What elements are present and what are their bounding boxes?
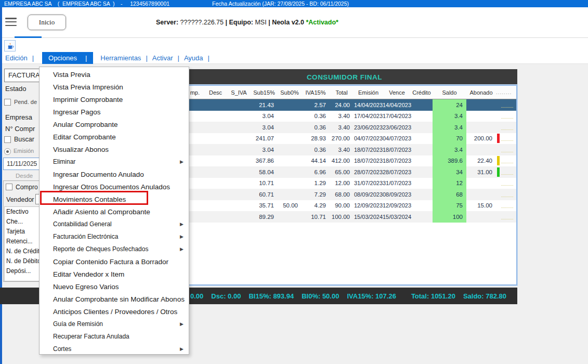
- abonado-cell: 31.00: [466, 166, 496, 178]
- table-row[interactable]: 58.04 6.96 65.00 28/07/2023 28/07/2023 3…: [173, 166, 516, 178]
- menu-item-anadir-asiento-al-comprobante[interactable]: Añadir Asiento al Comprobante: [40, 205, 189, 218]
- menu-ayuda[interactable]: Ayuda: [184, 54, 203, 62]
- equipo-value: MSI: [255, 19, 268, 26]
- buscar-checkbox[interactable]: [4, 136, 11, 143]
- menu-item-cortes[interactable]: Cortes▶: [40, 343, 189, 355]
- total-cell: 3.40: [330, 122, 354, 133]
- menu-item-recuperar-factura-anulada[interactable]: Recuperar Factura Anulada: [40, 330, 189, 343]
- table-row[interactable]: 3.04 0.36 3.40 17/04/2023 17/04/2023 3.4: [173, 111, 516, 122]
- menu-item-ingresar-pagos[interactable]: Ingresar Pagos: [40, 106, 189, 118]
- column-header[interactable]: Vence: [383, 89, 411, 96]
- menu-item-anular-comprobante-sin-modificar-abonos[interactable]: Anular Comprobante sin Modificar Abonos: [40, 293, 189, 305]
- menu-item-reporte-de-cheques-posfechados[interactable]: Reporte de Cheques Posfechados▶: [40, 243, 189, 255]
- application-window: EMPRESA ABC SA ( EMPRESA ABC SA ) - 1234…: [0, 0, 588, 364]
- emision-cell: 12/09/2023: [354, 200, 383, 212]
- total-cell: 24.00: [330, 99, 354, 111]
- iva15-cell: 6.96: [302, 166, 330, 178]
- comprobante-checkbox[interactable]: [6, 184, 12, 190]
- abonado-cell: 200.00: [466, 133, 496, 145]
- table-row[interactable]: 241.07 28.93 270.00 04/07/2023 04/07/202…: [173, 133, 516, 145]
- pendiente-checkbox[interactable]: [4, 99, 11, 106]
- menu-item-vista-previa[interactable]: Vista Previa: [40, 68, 189, 81]
- status-bar: [497, 167, 500, 177]
- hamburger-menu-icon[interactable]: [5, 18, 17, 26]
- column-header[interactable]: Sub15%: [251, 89, 278, 96]
- iva15-cell: 0.36: [302, 144, 330, 155]
- menu-item-editar-comprobante[interactable]: Editar Comprobante: [40, 131, 189, 143]
- menu-opciones[interactable]: Opciones|: [42, 52, 93, 64]
- column-header[interactable]: S_IVA: [227, 89, 251, 96]
- menu-item-editar-vendedor-x-item[interactable]: Editar Vendedor x Item: [40, 268, 189, 280]
- menu-item-nuevo-egreso-varios[interactable]: Nuevo Egreso Varios: [40, 280, 189, 293]
- client-name: CONSUMIDOR FINAL: [307, 73, 382, 81]
- menu-item-vista-previa-impresion[interactable]: Vista Previa Impresión: [40, 81, 189, 93]
- column-header[interactable]: Abonado: [466, 89, 496, 96]
- total-segment: IVA15%: 107.26: [347, 292, 396, 300]
- iva15-cell: 10.71: [302, 211, 330, 223]
- menu-separator: |: [85, 54, 87, 62]
- menu-item-anular-comprobante[interactable]: Anular Comprobante: [40, 118, 189, 131]
- total-cell: 12.00: [330, 178, 354, 189]
- menu-item-contabilidad-general[interactable]: Contabilidad General▶: [40, 218, 189, 230]
- total-segment: BI0%: 50.00: [302, 292, 339, 300]
- sub15-cell: 241.07: [251, 133, 278, 145]
- menu-herramientas[interactable]: Herramientas: [100, 54, 141, 62]
- status-bar: [497, 100, 500, 110]
- window-title-bar: EMPRESA ABC SA ( EMPRESA ABC SA ) - 1234…: [0, 0, 588, 7]
- vence-cell: 08/09/2023: [383, 189, 411, 200]
- emision-cell: 17/04/2023: [354, 111, 383, 122]
- menu-item-anticipos-clientes-proveedores-otros[interactable]: Anticipos Clientes / Proveedores / Otros: [40, 305, 189, 318]
- buscar-checkbox-label: Buscar: [14, 136, 34, 143]
- abonado-cell: [466, 144, 496, 155]
- column-header[interactable]: Emisión: [354, 89, 383, 96]
- menu-item-ingresar-documento-anulado[interactable]: Ingresar Documento Anulado: [40, 168, 189, 180]
- column-header[interactable]: ........: [496, 89, 516, 95]
- abonado-cell: [466, 122, 496, 133]
- menu-item-facturacion-electronica[interactable]: Facturación Electrónica▶: [40, 230, 189, 243]
- menu-edicion[interactable]: Edición: [5, 54, 28, 62]
- sub15-cell: 35.71: [251, 200, 278, 212]
- menu-item-copiar-contenido-factura-a-borrador[interactable]: Copiar Contenido Factura a Borrador: [40, 255, 189, 268]
- menu-item-imprimir-comprobante[interactable]: Imprimir Comprobante: [40, 93, 189, 106]
- column-header[interactable]: Desc: [204, 89, 227, 96]
- total-segment: BI15%: 893.94: [249, 292, 294, 300]
- table-row[interactable]: 3.04 0.36 3.40 23/06/2023 23/06/2023 3.4: [173, 122, 516, 133]
- table-row[interactable]: 21.43 2.57 24.00 14/04/2023 14/04/2023 2…: [173, 99, 516, 111]
- pendiente-checkbox-label: Pend. de: [14, 99, 37, 105]
- total-cell: 100.00: [330, 211, 354, 223]
- table-row[interactable]: 10.71 1.29 12.00 31/07/2023 31/07/2023 1…: [173, 178, 516, 189]
- total-segment: Dsc: 0.00: [211, 292, 241, 300]
- total-segment: 0.00: [190, 292, 203, 300]
- iva15-cell: 2.57: [302, 99, 330, 111]
- vendedor-label: Vendedor: [6, 196, 34, 203]
- menu-activar[interactable]: Activar: [152, 54, 173, 62]
- comprobante-checkbox-label: Compro: [16, 184, 38, 191]
- iva15-cell: 7.29: [302, 189, 330, 200]
- menu-item-visualizar-abonos[interactable]: Visualizar Abonos: [40, 143, 189, 155]
- inicio-button[interactable]: Inicio: [28, 15, 66, 30]
- iva15-cell: 0.36: [302, 111, 330, 122]
- table-row[interactable]: 3.04 0.36 3.40 18/07/2023 18/07/2023 3.4: [173, 144, 516, 155]
- table-header-row: mp. Desc S_IVA Sub15% Sub0% IVA15% Total…: [173, 86, 516, 99]
- submenu-arrow-icon: ▶: [180, 159, 184, 164]
- java-icon[interactable]: [4, 40, 16, 51]
- table-row[interactable]: 367.86 44.14 412.00 18/07/2023 18/07/202…: [173, 155, 516, 167]
- menu-item-eliminar[interactable]: Eliminar▶: [40, 155, 189, 168]
- emision-radio[interactable]: [4, 148, 11, 155]
- total-cell: 3.40: [330, 111, 354, 122]
- saldo-cell: 389.6: [433, 155, 466, 167]
- table-row[interactable]: 60.71 7.29 68.00 08/09/2023 08/09/2023 6…: [173, 189, 516, 200]
- column-header[interactable]: IVA15%: [302, 89, 330, 96]
- column-header[interactable]: Crédito: [411, 89, 433, 96]
- emision-cell: 18/07/2023: [354, 155, 383, 167]
- menu-separator: |: [178, 54, 179, 62]
- table-row[interactable]: 35.71 50.00 4.29 90.00 12/09/2023 12/09/…: [173, 200, 516, 212]
- column-header[interactable]: Saldo: [433, 89, 466, 96]
- menu-separator: |: [32, 54, 34, 62]
- iva15-cell: 44.14: [302, 155, 330, 167]
- column-header[interactable]: Total: [330, 89, 354, 96]
- vence-cell: 14/04/2023: [383, 99, 411, 111]
- table-row[interactable]: 89.29 10.71 100.00 15/03/2024 15/03/2024…: [173, 211, 516, 223]
- menu-item-guia-de-remision[interactable]: Guía de Remisión▶: [40, 318, 189, 330]
- column-header[interactable]: Sub0%: [278, 89, 302, 96]
